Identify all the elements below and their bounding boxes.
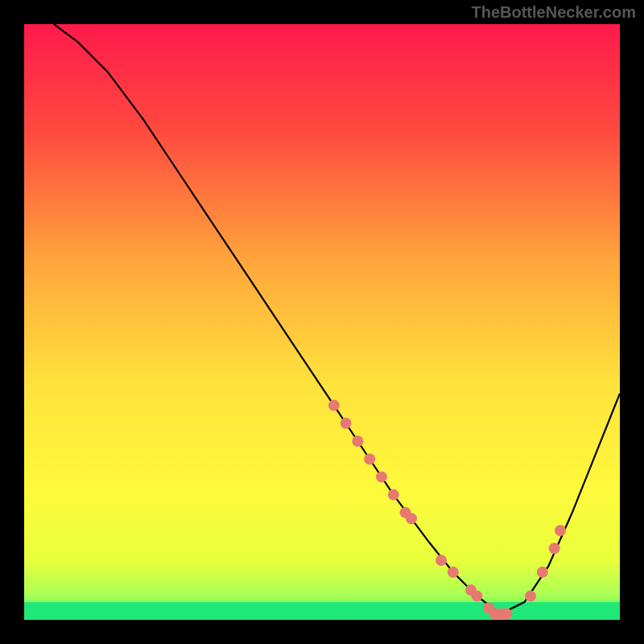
highlight-point: [471, 590, 482, 601]
watermark-label: TheBottleNecker.com: [471, 3, 636, 22]
highlight-point: [406, 513, 417, 524]
highlight-point: [376, 471, 387, 482]
plot-area: [24, 24, 620, 620]
highlight-point: [352, 436, 363, 447]
highlight-point: [501, 609, 512, 620]
highlight-point: [364, 453, 375, 464]
highlight-point: [537, 567, 548, 578]
highlight-point: [341, 418, 352, 429]
highlight-point: [448, 567, 459, 578]
highlight-point: [549, 543, 560, 554]
green-band: [24, 602, 620, 620]
highlight-point: [328, 400, 340, 411]
highlight-point: [436, 555, 447, 566]
gradient-background: [24, 24, 620, 620]
chart-svg: [24, 24, 620, 620]
highlight-point: [388, 489, 399, 501]
chart-container: TheBottleNecker.com: [0, 0, 644, 644]
highlight-point: [555, 525, 566, 536]
highlight-point: [525, 590, 536, 601]
